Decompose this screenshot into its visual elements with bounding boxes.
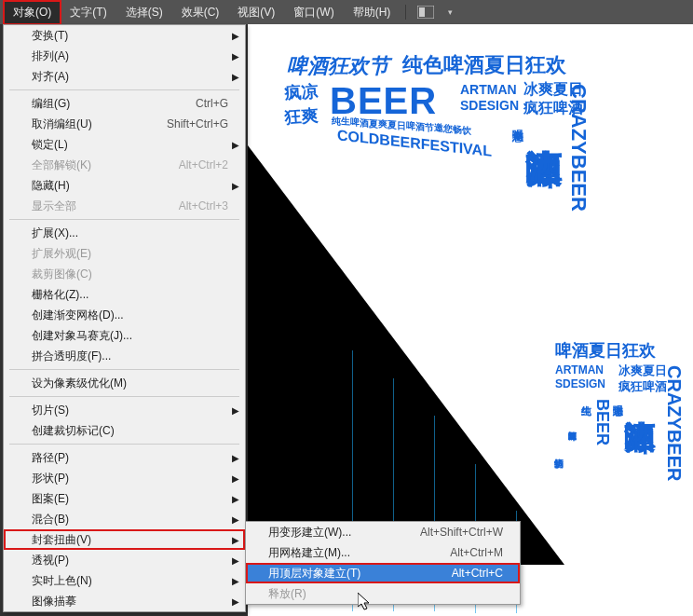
menu-effect[interactable]: 效果(C) xyxy=(172,1,229,24)
menu-separator xyxy=(9,89,239,90)
menu-item[interactable]: 拼合透明度(F)... xyxy=(4,346,245,366)
menu-item-label: 对齐(A) xyxy=(32,69,69,85)
doc-layout-icon[interactable] xyxy=(415,4,436,21)
submenu-arrow-icon: ▶ xyxy=(232,535,239,545)
menu-item[interactable]: 锁定(L)▶ xyxy=(4,134,245,155)
menu-item[interactable]: 创建对象马赛克(J)... xyxy=(4,325,245,346)
menu-item-label: 变换(T) xyxy=(32,28,68,44)
menu-shortcut: Alt+Shift+Ctrl+W xyxy=(420,526,512,539)
menu-item[interactable]: 隐藏(H)▶ xyxy=(4,175,245,196)
menu-separator xyxy=(9,396,239,397)
menu-view[interactable]: 视图(V) xyxy=(228,1,284,24)
menu-help[interactable]: 帮助(H) xyxy=(344,1,401,24)
menu-item-label: 栅格化(Z)... xyxy=(32,287,88,303)
menu-item-label: 取消编组(U) xyxy=(32,116,92,132)
menu-separator xyxy=(9,219,239,220)
menu-item: 扩展外观(E) xyxy=(4,243,245,264)
canvas-text: 疯狂啤酒 xyxy=(618,380,667,392)
submenu-item[interactable]: 用顶层对象建立(T)Alt+Ctrl+C xyxy=(246,563,520,583)
menu-item[interactable]: 创建裁切标记(C) xyxy=(4,420,245,441)
canvas-text: 狂爽 xyxy=(284,107,319,126)
menu-shortcut: Alt+Ctrl+C xyxy=(452,567,512,580)
canvas-text: 啤酒狂欢节 xyxy=(287,56,389,76)
menu-shortcut: Alt+Ctrl+2 xyxy=(179,158,238,171)
submenu-item[interactable]: 用网格建立(M)...Alt+Ctrl+M xyxy=(246,542,520,563)
dropdown-icon[interactable]: ▾ xyxy=(440,4,460,21)
canvas-text: 纯色啤酒夏日狂欢 xyxy=(402,55,566,75)
canvas-text: BEER xyxy=(594,399,611,445)
menu-select[interactable]: 选择(S) xyxy=(116,1,172,24)
menu-item-label: 排列(A) xyxy=(32,48,69,64)
menu-window[interactable]: 窗口(W) xyxy=(284,1,343,24)
menu-item[interactable]: 形状(P)▶ xyxy=(4,468,245,488)
submenu-arrow-icon: ▶ xyxy=(232,140,239,150)
submenu-arrow-icon: ▶ xyxy=(232,453,239,463)
menu-item-label: 创建渐变网格(D)... xyxy=(32,308,124,323)
canvas-text: SDESIGN xyxy=(555,378,605,390)
menu-shortcut: Ctrl+G xyxy=(196,97,238,110)
menu-item-label: 扩展外观(E) xyxy=(32,246,91,262)
menu-item[interactable]: 扩展(X)... xyxy=(4,223,245,243)
submenu-arrow-icon: ▶ xyxy=(232,181,239,191)
submenu-item-label: 释放(R) xyxy=(268,586,306,602)
canvas-text: 冰爽夏日 xyxy=(618,364,667,376)
menu-type[interactable]: 文字(T) xyxy=(61,1,116,24)
menu-item-label: 透视(P) xyxy=(32,553,69,568)
menu-item[interactable]: 封套扭曲(V)▶ xyxy=(4,529,245,550)
menu-item[interactable]: 切片(S)▶ xyxy=(4,400,245,420)
menu-item-label: 设为像素级优化(M) xyxy=(32,376,127,391)
menu-object[interactable]: 对象(O) xyxy=(4,1,61,24)
black-shape xyxy=(248,145,564,565)
menu-item[interactable]: 创建渐变网格(D)... xyxy=(4,305,245,325)
menu-item[interactable]: 编组(G)Ctrl+G xyxy=(4,93,245,114)
menu-item-label: 路径(P) xyxy=(32,450,69,466)
canvas-text: SDESIGN xyxy=(460,99,519,112)
menu-item[interactable]: 图像描摹▶ xyxy=(4,591,245,611)
canvas-text: BEER xyxy=(330,82,437,119)
submenu-item-label: 用变形建立(W)... xyxy=(268,525,351,541)
canvas-text: ARTMAN xyxy=(460,83,517,96)
cursor-pointer-icon xyxy=(358,593,373,611)
menu-item[interactable]: 对齐(A)▶ xyxy=(4,66,245,87)
menu-item-label: 锁定(L) xyxy=(32,137,68,153)
canvas-text: 啤酒夏日狂欢 xyxy=(555,342,656,359)
menu-item[interactable]: 透视(P)▶ xyxy=(4,550,245,570)
submenu-arrow-icon: ▶ xyxy=(232,576,239,586)
menu-item[interactable]: 取消编组(U)Shift+Ctrl+G xyxy=(4,114,245,134)
menu-item-label: 扩展(X)... xyxy=(32,226,78,241)
menu-item-label: 形状(P) xyxy=(32,471,69,486)
canvas-text: CRAZYBEER xyxy=(665,365,684,481)
menu-item-label: 实时上色(N) xyxy=(32,573,92,589)
menu-item-label: 封套扭曲(V) xyxy=(32,532,91,548)
menu-item-label: 显示全部 xyxy=(32,198,76,214)
submenu-item-label: 用顶层对象建立(T) xyxy=(268,566,360,582)
canvas-text: 疯凉 xyxy=(284,83,319,102)
menu-shortcut: Alt+Ctrl+M xyxy=(450,546,512,559)
menu-item-label: 全部解锁(K) xyxy=(32,157,91,173)
menu-item: 显示全部Alt+Ctrl+3 xyxy=(4,196,245,216)
submenu-arrow-icon: ▶ xyxy=(232,473,239,484)
menu-item[interactable]: 栅格化(Z)... xyxy=(4,284,245,305)
menu-shortcut: Shift+Ctrl+G xyxy=(167,117,238,130)
submenu-item-label: 用网格建立(M)... xyxy=(268,545,350,561)
menu-item-label: 切片(S) xyxy=(32,403,69,418)
submenu-arrow-icon: ▶ xyxy=(232,514,239,525)
menu-item-label: 隐藏(H) xyxy=(32,178,70,194)
menu-item-label: 图案(E) xyxy=(32,491,69,507)
menu-item[interactable]: 路径(P)▶ xyxy=(4,447,245,468)
submenu-arrow-icon: ▶ xyxy=(232,72,239,82)
menu-item[interactable]: 混合(B)▶ xyxy=(4,509,245,529)
menu-item[interactable]: 实时上色(N)▶ xyxy=(4,570,245,591)
canvas-text: CRAZYBEER xyxy=(568,84,589,212)
submenu-arrow-icon: ▶ xyxy=(232,51,239,62)
menu-item[interactable]: 排列(A)▶ xyxy=(4,46,245,66)
submenu-item[interactable]: 用变形建立(W)...Alt+Shift+Ctrl+W xyxy=(246,522,520,542)
menu-item-label: 编组(G) xyxy=(32,96,70,112)
menu-item[interactable]: 设为像素级优化(M) xyxy=(4,373,245,393)
menu-item[interactable]: 图案(E)▶ xyxy=(4,488,245,509)
submenu-arrow-icon: ▶ xyxy=(232,31,239,41)
canvas-text: ARTMAN xyxy=(555,364,604,376)
submenu-item: 释放(R) xyxy=(246,583,520,604)
menu-item[interactable]: 变换(T)▶ xyxy=(4,25,245,46)
submenu-arrow-icon: ▶ xyxy=(232,405,239,416)
